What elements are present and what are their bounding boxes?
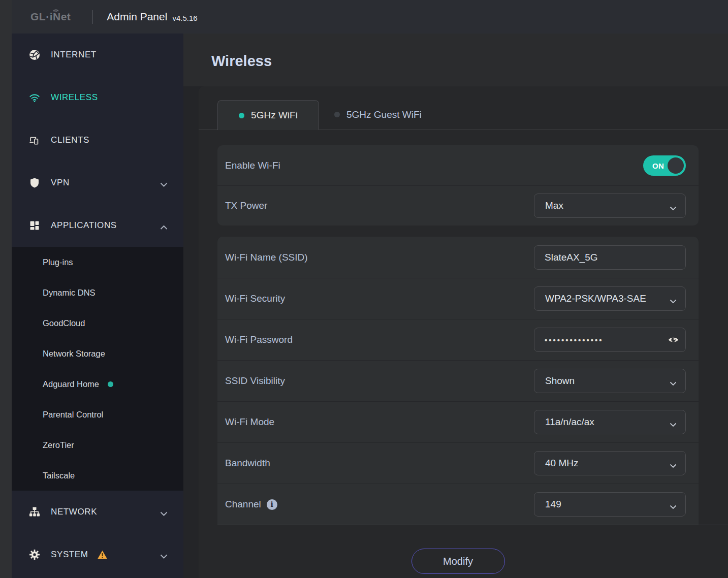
main-content: Wireless 5GHz WiFi 5GHz Guest WiFi Enabl… — [183, 34, 728, 578]
channel-select[interactable]: 149 — [534, 492, 686, 517]
sidebar-item-clients[interactable]: CLIENTS — [12, 119, 183, 162]
chevron-up-icon — [160, 223, 168, 232]
brand-logo: GL·iNet — [30, 11, 71, 23]
ssid-visibility-select[interactable]: Shown — [534, 369, 686, 393]
security-select[interactable]: WPA2-PSK/WPA3-SAE — [534, 286, 686, 311]
applications-submenu: Plug-ins Dynamic DNS GoodCloud Network S… — [12, 247, 183, 491]
sidebar-item-system[interactable]: SYSTEM — [12, 533, 183, 576]
submenu-item-label: Tailscale — [43, 471, 75, 480]
general-settings-card: Enable Wi-Fi ON TX Power Max — [217, 145, 699, 226]
password-input[interactable] — [534, 328, 686, 352]
active-tab-dot — [239, 113, 244, 118]
sidebar-item-label: VPN — [51, 178, 70, 188]
password-row: Wi-Fi Password — [217, 319, 699, 360]
page-title: Wireless — [211, 53, 272, 70]
panel-footer: Modify — [217, 525, 699, 574]
bandwidth-select[interactable]: 40 MHz — [534, 451, 686, 475]
sidebar-item-label: WIRELESS — [51, 92, 98, 103]
sidebar-item-parental-control[interactable]: Parental Control — [12, 399, 183, 430]
apps-grid-icon — [29, 220, 40, 231]
sidebar-item-label: CLIENTS — [51, 135, 89, 145]
logo-text: GL·iNet — [30, 11, 71, 22]
bandwidth-label: Bandwidth — [225, 458, 270, 469]
adguard-status-dot — [108, 381, 113, 387]
chevron-down-icon — [160, 180, 168, 189]
tab-5ghz-guest-wifi[interactable]: 5GHz Guest WiFi — [319, 100, 437, 130]
submenu-item-label: Network Storage — [43, 349, 105, 359]
enable-wifi-label: Enable Wi-Fi — [225, 160, 280, 171]
app-version: v4.5.16 — [172, 14, 197, 22]
window-edge-strip — [0, 0, 12, 578]
globe-icon — [29, 49, 40, 60]
sidebar-item-label: INTERNET — [51, 50, 97, 60]
wireless-panel: 5GHz WiFi 5GHz Guest WiFi Enable Wi-Fi O… — [199, 86, 728, 578]
sidebar-item-internet[interactable]: INTERNET — [12, 34, 183, 76]
network-icon — [29, 506, 40, 518]
sidebar-item-network-storage[interactable]: Network Storage — [12, 338, 183, 369]
channel-value: 149 — [545, 499, 561, 510]
ssid-visibility-value: Shown — [545, 375, 575, 387]
sidebar-item-label: APPLICATIONS — [51, 220, 117, 231]
gear-icon — [29, 549, 40, 560]
tab-label: 5GHz Guest WiFi — [346, 109, 422, 120]
logo-antenna-icon — [52, 7, 60, 12]
sidebar-item-label: SYSTEM — [51, 550, 88, 560]
tab-bar: 5GHz WiFi 5GHz Guest WiFi — [199, 86, 728, 130]
tx-power-select[interactable]: Max — [534, 194, 686, 218]
chevron-down-icon — [670, 420, 677, 429]
sidebar-item-zerotier[interactable]: ZeroTier — [12, 430, 183, 460]
chevron-down-icon — [160, 509, 168, 519]
sidebar-item-network[interactable]: NETWORK — [12, 491, 183, 533]
eye-icon[interactable] — [668, 334, 679, 345]
chevron-down-icon — [670, 461, 677, 470]
chevron-down-icon — [160, 552, 168, 561]
wifi-mode-value: 11a/n/ac/ax — [545, 416, 594, 428]
sidebar-item-dynamic-dns[interactable]: Dynamic DNS — [12, 277, 183, 308]
header-divider — [92, 10, 93, 24]
chevron-down-icon — [670, 379, 677, 388]
sidebar-item-applications[interactable]: APPLICATIONS — [12, 204, 183, 247]
security-value: WPA2-PSK/WPA3-SAE — [545, 293, 646, 304]
sidebar-item-tailscale[interactable]: Tailscale — [12, 460, 183, 491]
wifi-icon — [29, 92, 40, 103]
enable-wifi-toggle[interactable]: ON — [643, 155, 686, 176]
chevron-down-icon — [670, 204, 677, 213]
tx-power-label: TX Power — [225, 200, 267, 211]
top-header: GL·iNet Admin Panel v4.5.16 — [12, 0, 728, 34]
bandwidth-value: 40 MHz — [545, 458, 578, 469]
sidebar-item-adguard-home[interactable]: Adguard Home — [12, 369, 183, 399]
channel-row: Channel i 149 — [217, 484, 699, 525]
tab-label: 5GHz WiFi — [251, 110, 298, 121]
info-icon[interactable]: i — [267, 499, 277, 510]
submenu-item-label: Parental Control — [43, 410, 103, 420]
sidebar-item-wireless[interactable]: WIRELESS — [12, 76, 183, 119]
ssid-input[interactable] — [534, 245, 686, 270]
toggle-on-label: ON — [652, 161, 664, 170]
tx-power-value: Max — [545, 200, 563, 211]
ssid-visibility-label: SSID Visibility — [225, 375, 285, 387]
bandwidth-row: Bandwidth 40 MHz — [217, 442, 699, 484]
submenu-item-label: Plug-ins — [43, 258, 73, 267]
wifi-mode-select[interactable]: 11a/n/ac/ax — [534, 410, 686, 434]
sidebar-item-vpn[interactable]: VPN — [12, 162, 183, 204]
inactive-tab-dot — [334, 112, 340, 117]
tx-power-row: TX Power Max — [217, 185, 699, 226]
sidebar-item-label: NETWORK — [51, 507, 97, 517]
tab-5ghz-wifi[interactable]: 5GHz WiFi — [217, 100, 319, 130]
chevron-down-icon — [670, 297, 677, 306]
sidebar-item-plugins[interactable]: Plug-ins — [12, 247, 183, 277]
wifi-mode-label: Wi-Fi Mode — [225, 416, 274, 428]
channel-label: Channel i — [225, 499, 277, 510]
ssid-row: Wi-Fi Name (SSID) — [217, 237, 699, 278]
app-title: Admin Panel — [107, 11, 167, 23]
toggle-knob — [668, 157, 684, 174]
security-row: Wi-Fi Security WPA2-PSK/WPA3-SAE — [217, 278, 699, 319]
wifi-mode-row: Wi-Fi Mode 11a/n/ac/ax — [217, 401, 699, 442]
modify-button[interactable]: Modify — [412, 549, 505, 574]
devices-icon — [29, 135, 40, 146]
wifi-settings-card: Wi-Fi Name (SSID) Wi-Fi Security WPA2-PS… — [217, 237, 699, 525]
sidebar-item-goodcloud[interactable]: GoodCloud — [12, 308, 183, 338]
chevron-down-icon — [670, 502, 677, 511]
submenu-item-label: Adguard Home — [43, 379, 99, 389]
submenu-item-label: GoodCloud — [43, 318, 85, 328]
